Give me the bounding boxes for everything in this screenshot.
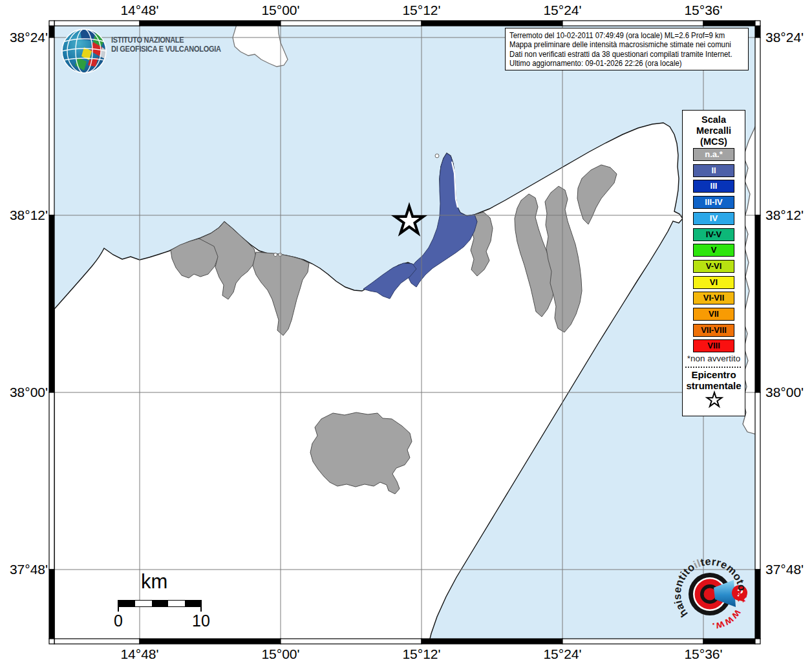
info-line-questionnaires: Dati non verificati estratti da 38 quest…	[509, 50, 721, 59]
bullseye-icon	[689, 573, 736, 615]
haisentitoilterremoto-watermark: ? haisentitoilterremoto.it www.	[671, 554, 751, 634]
legend-swatch-ii: II	[693, 164, 734, 177]
scale-bar-segments	[118, 600, 202, 607]
axis-tick-right: 38°24'	[765, 30, 804, 45]
legend-swatch-v: V	[693, 244, 734, 257]
scale-bar-start: 0	[105, 612, 131, 630]
axis-tick-top: 15°24'	[524, 3, 601, 18]
legend-swatch-v-vi: V-VI	[693, 260, 734, 273]
axis-tick-right: 38°00'	[765, 385, 804, 400]
scale-bar-end: 10	[188, 612, 214, 630]
legend-swatch-vii-viii: VII-VIII	[693, 324, 734, 337]
scale-bar-tick	[200, 600, 202, 612]
scale-bar-unit: km	[141, 570, 167, 593]
legend-swatch-iv-v: IV-V	[693, 228, 734, 241]
legend-swatch-iii-iv: III-IV	[693, 196, 734, 209]
legend-swatch-vi: VI	[693, 276, 734, 289]
islet	[273, 253, 277, 256]
axis-tick-left: 38°00'	[0, 385, 48, 400]
legend-swatch-vii: VII	[693, 308, 734, 321]
legend-divider	[685, 367, 741, 368]
info-line-event: Terremoto del 10-02-2011 07:49:49 (ora l…	[509, 31, 721, 40]
axis-tick-top: 15°36'	[665, 3, 742, 18]
scale-bar: km 0 10	[110, 570, 226, 641]
legend-title-line: (MCS)	[683, 136, 745, 147]
info-line-updated: Ultimo aggiornamento: 09-01-2026 22:26 (…	[509, 59, 721, 68]
legend-swatch-vi-vii: VI-VII	[693, 292, 734, 304]
axis-tick-right: 37°48'	[765, 562, 804, 577]
watermark-text-it: .it	[736, 592, 749, 604]
axis-tick-bottom: 14°48'	[101, 646, 178, 662]
axis-tick-left: 38°12'	[0, 208, 48, 223]
ingv-name-line1: ISTITUTO NAZIONALE	[111, 36, 184, 45]
legend-title-line: Scala	[683, 114, 745, 125]
axis-tick-top: 14°48'	[101, 3, 178, 18]
legend-swatch-iii: III	[693, 180, 734, 193]
legend-epicenter-label: Epicentro strumentale	[683, 369, 745, 391]
ingv-globe-icon	[61, 27, 109, 76]
axis-tick-left: 37°48'	[0, 562, 48, 577]
ingv-name-line2: DI GEOFISICA E VULCANOLOGIA	[111, 45, 221, 54]
ingv-logo: ISTITUTO NAZIONALE DI GEOFISICA E VULCAN…	[61, 27, 274, 76]
scale-bar-tick	[118, 600, 119, 612]
legend-title-line: Mercalli	[683, 125, 745, 136]
axis-tick-top: 15°12'	[383, 3, 460, 18]
mercalli-legend: Scala Mercalli (MCS) n.a.*IIIIIIII-IVIVI…	[682, 110, 745, 416]
legend-epicenter-star-icon	[704, 390, 725, 411]
legend-epicenter-line: Epicentro	[683, 369, 745, 380]
axis-tick-top: 15°00'	[242, 3, 319, 18]
axis-tick-bottom: 15°12'	[383, 646, 460, 662]
legend-footnote: *non avvertito	[683, 354, 745, 363]
axis-tick-bottom: 15°36'	[665, 646, 742, 662]
axis-tick-bottom: 15°00'	[242, 646, 319, 662]
legend-swatch-viii: VIII	[693, 339, 734, 352]
info-line-map-type: Mappa preliminare delle intensità macros…	[509, 40, 721, 49]
legend-swatch-n-a: n.a.*	[693, 148, 734, 161]
axis-tick-left: 38°24'	[0, 30, 48, 45]
islet	[435, 154, 439, 158]
axis-tick-right: 38°12'	[765, 208, 804, 223]
legend-swatch-iv: IV	[693, 212, 734, 225]
earthquake-info-box: Terremoto del 10-02-2011 07:49:49 (ora l…	[505, 28, 749, 70]
axis-tick-bottom: 15°24'	[524, 646, 601, 662]
macroseismic-map-page: { "frame": { "axis_top": ["14°48'", "15°…	[0, 0, 812, 662]
